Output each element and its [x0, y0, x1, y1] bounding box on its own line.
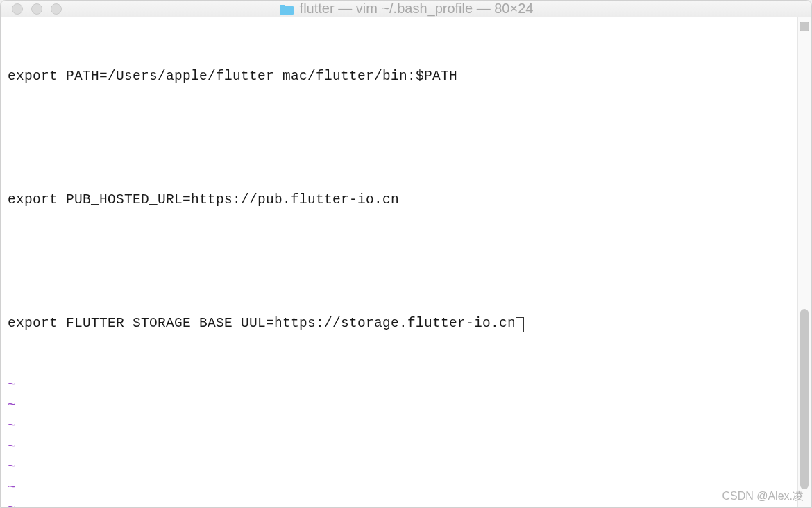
- empty-line-tilde: ~: [8, 498, 790, 508]
- zoom-button[interactable]: [51, 3, 62, 15]
- window-title: flutter — vim ~/.bash_profile — 80×24: [300, 1, 534, 17]
- cursor-icon: [516, 317, 524, 332]
- empty-line-tilde: ~: [8, 416, 790, 437]
- empty-line-tilde: ~: [8, 396, 790, 416]
- scroll-thumb[interactable]: [800, 309, 809, 489]
- empty-line-tilde: ~: [8, 457, 790, 478]
- minimize-button[interactable]: [31, 3, 42, 15]
- scroll-indicator-icon: [800, 22, 809, 31]
- empty-line-tilde: ~: [8, 437, 790, 458]
- terminal-window: flutter — vim ~/.bash_profile — 80×24 ex…: [0, 0, 812, 508]
- titlebar: flutter — vim ~/.bash_profile — 80×24: [1, 1, 811, 17]
- window-title-area: flutter — vim ~/.bash_profile — 80×24: [12, 1, 800, 17]
- file-line-text: export FLUTTER_STORAGE_BASE_UUL=https://…: [8, 316, 516, 331]
- file-line: export PATH=/Users/apple/flutter_mac/flu…: [8, 67, 790, 87]
- empty-line-tilde: ~: [8, 375, 790, 396]
- empty-lines: ~~~~~~~~~~~~~~~~~: [8, 375, 790, 508]
- file-line: [8, 252, 790, 273]
- scrollbar[interactable]: [797, 17, 811, 508]
- terminal-view[interactable]: export PATH=/Users/apple/flutter_mac/flu…: [1, 17, 797, 508]
- close-button[interactable]: [12, 3, 23, 15]
- file-line: export PUB_HOSTED_URL=https://pub.flutte…: [8, 190, 790, 211]
- file-line: [8, 128, 790, 149]
- traffic-lights: [12, 3, 62, 15]
- file-line-with-cursor: export FLUTTER_STORAGE_BASE_UUL=https://…: [8, 314, 790, 335]
- content-area: export PATH=/Users/apple/flutter_mac/flu…: [1, 17, 811, 508]
- folder-icon: [279, 3, 294, 15]
- empty-line-tilde: ~: [8, 478, 790, 499]
